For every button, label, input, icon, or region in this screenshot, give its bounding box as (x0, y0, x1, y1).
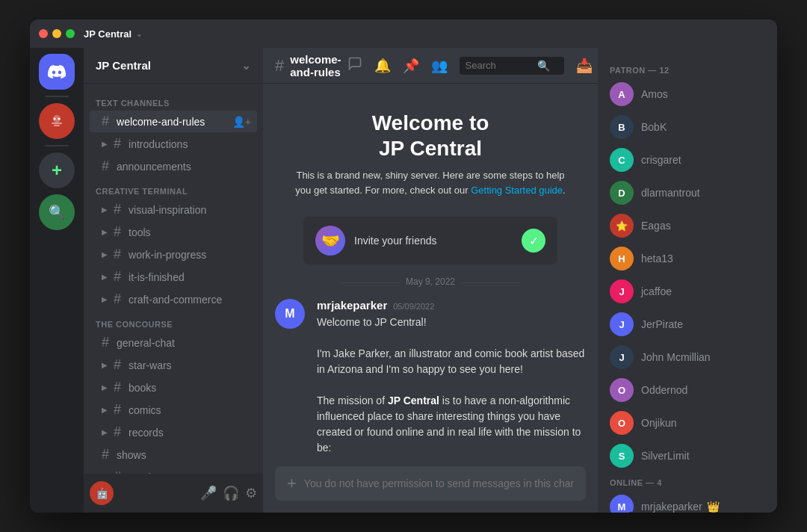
message-username: mrjakeparker (317, 299, 387, 312)
channel-item-work-in-progress[interactable]: ▶ # work-in-progress (90, 244, 257, 265)
threads-icon[interactable] (347, 56, 362, 75)
getting-started-link[interactable]: Getting Started guide (471, 185, 563, 196)
member-jerpirate[interactable]: J JerPirate (604, 308, 771, 341)
svg-rect-1 (52, 123, 62, 124)
hash-icon: # (114, 402, 121, 418)
hash-icon: # (114, 469, 121, 474)
mic-icon[interactable]: 🎤 (200, 485, 217, 501)
channel-name: welcome-and-rules (290, 53, 341, 78)
maximize-button[interactable] (66, 29, 75, 38)
pin-icon[interactable]: 📌 (403, 58, 419, 74)
member-name-dlarmantrout: dlarmantrout (641, 187, 700, 199)
channel-item-general-chat[interactable]: # general-chat (90, 332, 257, 353)
member-avatar-crisgaret: C (610, 148, 634, 172)
close-button[interactable] (39, 29, 48, 38)
member-heta13[interactable]: H heta13 (604, 242, 771, 275)
channel-item-star-wars[interactable]: ▶ # star-wars (90, 354, 257, 376)
member-dlarmantrout[interactable]: D dlarmantrout (604, 176, 771, 209)
hash-icon: # (114, 224, 121, 240)
hash-icon: # (114, 357, 121, 373)
add-user-icon[interactable]: 👤+ (232, 116, 251, 128)
channel-item-craft-and-commerce[interactable]: ▶ # craft-and-commerce (90, 288, 257, 310)
explore-servers-button[interactable]: 🔍 (39, 194, 75, 230)
member-name-heta13: heta13 (641, 253, 673, 265)
member-name-crisgaret: crisgaret (641, 154, 681, 166)
member-mrjakeparker[interactable]: M mrjakeparker 👑 (604, 490, 771, 513)
server-icon-discord[interactable] (39, 54, 75, 90)
messages-area: Welcome toJP Central This is a brand new… (263, 84, 598, 466)
patron-group-label: PATRON — 12 (598, 60, 777, 78)
message-content: Welcome to JP Central! I'm Jake Parker, … (317, 315, 586, 466)
server-name-header[interactable]: JP Central ⌄ (84, 48, 263, 84)
attach-icon[interactable]: + (287, 474, 297, 493)
settings-icon[interactable]: ⚙ (245, 485, 257, 501)
channel-item-shows[interactable]: # shows (90, 444, 257, 466)
member-avatar-eagas: ⭐ (610, 214, 634, 238)
titlebar: JP Central ⌄ (30, 19, 777, 48)
svg-point-4 (58, 118, 61, 120)
hash-icon: # (114, 424, 121, 440)
user-avatar: 🤖 (90, 481, 114, 505)
member-oddernod[interactable]: O Oddernod (604, 374, 771, 406)
member-crisgaret[interactable]: C crisgaret (604, 143, 771, 176)
minimize-button[interactable] (52, 29, 61, 38)
channel-item-movies[interactable]: ▶ # movies (90, 466, 257, 474)
channel-item-announcements[interactable]: # announcements (90, 155, 257, 177)
hash-icon: # (102, 114, 109, 129)
channel-item-welcome-and-rules[interactable]: # welcome-and-rules 👤+ (90, 111, 257, 132)
window-title[interactable]: JP Central ⌄ (84, 28, 142, 40)
server-icon-jp[interactable] (39, 103, 75, 139)
member-name-jcaffoe: jcaffoe (641, 285, 672, 297)
chevron-icon: ⌄ (241, 59, 251, 72)
channel-item-visual-inspiration[interactable]: ▶ # visual-inspiration (90, 199, 257, 220)
member-bobk[interactable]: B BobK (604, 111, 771, 143)
channel-item-records[interactable]: ▶ # records (90, 421, 257, 443)
channel-item-introductions[interactable]: ▶ # introductions (90, 133, 257, 155)
headphone-icon[interactable]: 🎧 (223, 485, 239, 501)
channel-item-tools[interactable]: ▶ # tools (90, 221, 257, 243)
svg-point-3 (54, 118, 56, 120)
chat-input: + (275, 466, 586, 501)
inbox-icon[interactable]: 📥 (576, 58, 593, 74)
member-eagas[interactable]: ⭐ Eagas (604, 209, 771, 242)
expand-icon: ▶ (102, 205, 108, 214)
member-avatar-heta13: H (610, 247, 634, 270)
invite-check-icon: ✓ (522, 229, 545, 253)
invite-text: Invite your friends (354, 235, 513, 247)
channel-list: TEXT CHANNELS # welcome-and-rules 👤+ ▶ #… (84, 84, 263, 474)
sidebar-footer: 🤖 🎤 🎧 ⚙ (84, 474, 263, 513)
hash-icon: # (114, 269, 121, 285)
add-server-button[interactable]: + (39, 152, 75, 188)
channel-item-comics[interactable]: ▶ # comics (90, 399, 257, 421)
member-avatar-silverlimit: S (610, 444, 634, 468)
bell-icon[interactable]: 🔔 (374, 58, 391, 74)
date-divider: May 9, 2022 (263, 276, 598, 287)
member-name-bobk: BobK (641, 121, 667, 133)
hash-icon: # (114, 202, 121, 217)
member-silverlimit[interactable]: S SilverLimit (604, 439, 771, 472)
hash-icon: # (102, 335, 109, 350)
members-icon[interactable]: 👥 (431, 58, 448, 74)
member-avatar-jcaffoe: J (610, 279, 634, 303)
expand-icon: ▶ (102, 295, 108, 303)
expand-icon: ▶ (102, 406, 108, 414)
member-name-jerpirate: JerPirate (641, 318, 683, 330)
message-timestamp: 05/09/2022 (393, 302, 434, 311)
channel-item-it-is-finished[interactable]: ▶ # it-is-finished (90, 266, 257, 288)
channel-item-books[interactable]: ▶ # books (90, 377, 257, 398)
member-amos[interactable]: A Amos (604, 78, 771, 111)
search-input[interactable] (466, 60, 533, 71)
member-onjikun[interactable]: O Onjikun (604, 406, 771, 439)
member-avatar-john: J (610, 345, 634, 369)
search-bar[interactable]: 🔍 (460, 57, 564, 75)
message-avatar: M (275, 299, 305, 329)
hash-icon: # (114, 247, 121, 262)
server-list: + 🔍 (30, 48, 84, 513)
window-controls (39, 29, 75, 38)
member-avatar-onjikun: O (610, 411, 634, 435)
chevron-down-icon: ⌄ (136, 30, 142, 38)
member-jcaffoe[interactable]: J jcaffoe (604, 275, 771, 308)
main-layout: + 🔍 JP Central ⌄ TEXT CHANNELS # welcome… (30, 48, 777, 513)
member-john[interactable]: J John Mcmillian (604, 341, 771, 374)
chat-input-area: + (263, 466, 598, 513)
